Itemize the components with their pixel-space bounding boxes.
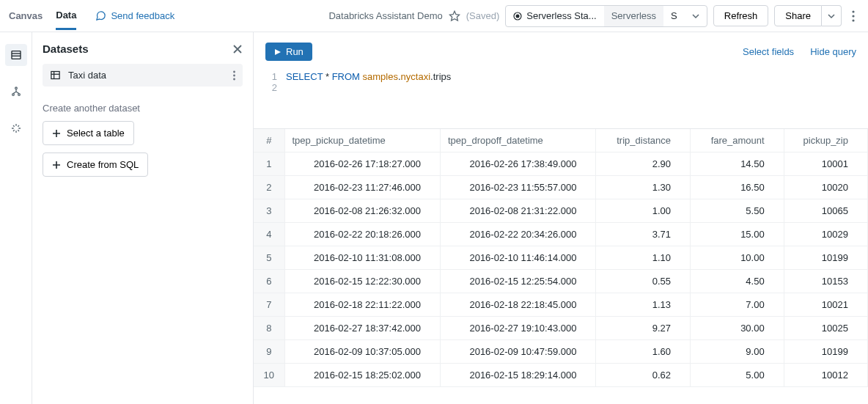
- cell-pickup: 2016-02-18 22:11:22.000: [284, 293, 440, 317]
- col-trip-distance[interactable]: trip_distance: [596, 129, 691, 153]
- cell-dropoff: 2016-02-10 11:46:14.000: [440, 246, 595, 270]
- line-number: 2: [265, 82, 286, 93]
- svg-point-16: [233, 74, 235, 76]
- select-fields-link[interactable]: Select fields: [743, 46, 794, 57]
- hide-query-link[interactable]: Hide query: [810, 46, 856, 57]
- col-dropoff[interactable]: tpep_dropoff_datetime: [440, 129, 595, 153]
- cell-zip: 10029: [784, 223, 867, 246]
- rail-data-icon[interactable]: [5, 44, 27, 66]
- cell-zip: 10199: [784, 340, 867, 364]
- col-pickup-zip[interactable]: pickup_zip: [784, 129, 867, 153]
- sql-editor[interactable]: 1 SELECT * FROM samples.nyctaxi.trips 2: [265, 71, 856, 122]
- rail-schema-icon[interactable]: [5, 81, 27, 103]
- col-fare-amount[interactable]: fare_amount: [690, 129, 784, 153]
- col-index[interactable]: #: [254, 129, 284, 153]
- svg-point-15: [233, 70, 235, 73]
- cell-pickup: 2016-02-15 12:22:30.000: [284, 270, 440, 293]
- cell-distance: 1.30: [596, 176, 691, 199]
- svg-point-4: [852, 15, 854, 17]
- cell-index: 1: [254, 153, 284, 176]
- cell-distance: 1.00: [596, 199, 691, 223]
- tab-canvas[interactable]: Canvas: [9, 3, 43, 29]
- tab-data[interactable]: Data: [56, 2, 76, 30]
- cell-fare: 5.00: [690, 364, 784, 387]
- cell-dropoff: 2016-02-15 18:29:14.000: [440, 364, 595, 387]
- table-row[interactable]: 62016-02-15 12:22:30.0002016-02-15 12:25…: [254, 270, 868, 293]
- cell-dropoff: 2016-02-22 20:34:26.000: [440, 223, 595, 246]
- line-number: 1: [265, 71, 286, 82]
- table-row[interactable]: 102016-02-15 18:25:02.0002016-02-15 18:2…: [254, 364, 868, 387]
- cell-distance: 1.60: [596, 340, 691, 364]
- cell-distance: 1.10: [596, 246, 691, 270]
- table-row[interactable]: 72016-02-18 22:11:22.0002016-02-18 22:18…: [254, 293, 868, 317]
- send-feedback-link[interactable]: Send feedback: [95, 10, 174, 21]
- dataset-item-menu[interactable]: [233, 70, 235, 81]
- cell-pickup: 2016-02-09 10:37:05.000: [284, 340, 440, 364]
- share-button-group: Share: [774, 5, 842, 26]
- svg-point-10: [12, 94, 14, 96]
- chevron-down-icon: [828, 12, 835, 20]
- cluster-size: S: [663, 6, 685, 26]
- cell-fare: 14.50: [690, 153, 784, 176]
- table-row[interactable]: 92016-02-09 10:37:05.0002016-02-09 10:47…: [254, 340, 868, 364]
- cell-pickup: 2016-02-15 18:25:02.000: [284, 364, 440, 387]
- star-icon[interactable]: [449, 10, 460, 22]
- table-row[interactable]: 82016-02-27 18:37:42.0002016-02-27 19:10…: [254, 317, 868, 340]
- cell-fare: 10.00: [690, 246, 784, 270]
- cell-index: 3: [254, 199, 284, 223]
- rail-sparkle-icon[interactable]: [5, 117, 27, 139]
- table-row[interactable]: 42016-02-22 20:18:26.0002016-02-22 20:34…: [254, 223, 868, 246]
- table-row[interactable]: 12016-02-26 17:18:27.0002016-02-26 17:38…: [254, 153, 868, 176]
- cell-index: 2: [254, 176, 284, 199]
- cell-fare: 7.00: [690, 293, 784, 317]
- datasets-sidebar: Datasets Taxi data Create another datase…: [32, 32, 254, 404]
- refresh-button[interactable]: Refresh: [713, 5, 769, 26]
- create-dataset-label: Create another dataset: [43, 103, 243, 114]
- svg-point-5: [852, 19, 854, 21]
- table-row[interactable]: 52016-02-10 11:31:08.0002016-02-10 11:46…: [254, 246, 868, 270]
- close-icon[interactable]: [232, 44, 243, 54]
- cell-zip: 10001: [784, 153, 867, 176]
- cell-dropoff: 2016-02-26 17:38:49.000: [440, 153, 595, 176]
- cell-index: 6: [254, 270, 284, 293]
- plus-icon: [52, 161, 61, 169]
- cell-pickup: 2016-02-27 18:37:42.000: [284, 317, 440, 340]
- plus-icon: [52, 129, 61, 138]
- cluster-selector[interactable]: Serverless Sta... Serverless S: [505, 5, 707, 27]
- cell-pickup: 2016-02-23 11:27:46.000: [284, 176, 440, 199]
- cluster-name: Serverless Sta...: [506, 6, 603, 26]
- cell-fare: 9.00: [690, 340, 784, 364]
- cell-zip: 10065: [784, 199, 867, 223]
- cell-distance: 3.71: [596, 223, 691, 246]
- table-row[interactable]: 22016-02-23 11:27:46.0002016-02-23 11:55…: [254, 176, 868, 199]
- cluster-tier: Serverless: [604, 6, 663, 26]
- select-table-button[interactable]: Select a table: [43, 121, 134, 145]
- create-from-sql-button[interactable]: Create from SQL: [43, 153, 148, 177]
- dataset-item[interactable]: Taxi data: [43, 64, 243, 87]
- cell-fare: 5.50: [690, 199, 784, 223]
- cell-pickup: 2016-02-10 11:31:08.000: [284, 246, 440, 270]
- cell-index: 10: [254, 364, 284, 387]
- more-menu-icon[interactable]: [847, 7, 859, 25]
- cell-dropoff: 2016-02-09 10:47:59.000: [440, 340, 595, 364]
- share-dropdown[interactable]: [822, 5, 842, 26]
- cell-zip: 10021: [784, 293, 867, 317]
- cell-distance: 0.62: [596, 364, 691, 387]
- run-button[interactable]: Run: [265, 43, 312, 61]
- table-row[interactable]: 32016-02-08 21:26:32.0002016-02-08 21:31…: [254, 199, 868, 223]
- cluster-chevron[interactable]: [685, 6, 707, 26]
- col-pickup[interactable]: tpep_pickup_datetime: [284, 129, 440, 153]
- svg-point-3: [852, 10, 854, 12]
- cell-pickup: 2016-02-26 17:18:27.000: [284, 153, 440, 176]
- cell-fare: 30.00: [690, 317, 784, 340]
- chevron-down-icon: [692, 12, 699, 20]
- results-table[interactable]: # tpep_pickup_datetime tpep_dropoff_date…: [254, 128, 868, 387]
- share-button[interactable]: Share: [774, 5, 822, 26]
- cell-index: 4: [254, 223, 284, 246]
- cell-fare: 4.50: [690, 270, 784, 293]
- svg-marker-0: [449, 11, 459, 21]
- svg-point-9: [15, 87, 17, 89]
- cell-dropoff: 2016-02-18 22:18:45.000: [440, 293, 595, 317]
- cell-index: 7: [254, 293, 284, 317]
- comment-icon: [95, 10, 106, 21]
